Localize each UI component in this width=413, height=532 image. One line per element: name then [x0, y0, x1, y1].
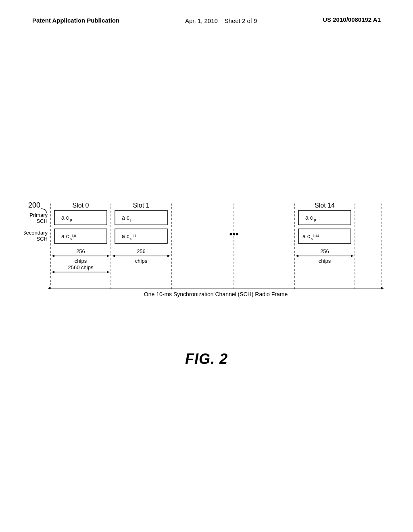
- slot0-chips-label: chips: [75, 258, 87, 264]
- svg-marker-15: [107, 255, 110, 257]
- svg-marker-20: [296, 255, 298, 257]
- figure-caption: FIG. 2: [185, 351, 228, 368]
- secondary-sch-label2: SCH: [37, 236, 48, 242]
- slot14-secondary-sub: s: [311, 237, 313, 241]
- slot0-256-label: 256: [76, 248, 85, 254]
- primary-sch-label: Primary: [29, 212, 48, 218]
- slot0-primary-cell: a c: [61, 214, 69, 221]
- slot0-secondary-sup: i,0: [72, 234, 76, 238]
- primary-sch-label2: SCH: [37, 218, 48, 224]
- svg-marker-18: [167, 255, 170, 257]
- svg-marker-21: [351, 255, 354, 257]
- slot1-chips-label: chips: [135, 258, 148, 264]
- slot1-primary-cell: a c: [122, 214, 129, 221]
- slot14-256-label: 256: [320, 248, 329, 254]
- slot-0-label: Slot 0: [73, 202, 89, 209]
- slot-1-label: Slot 1: [133, 202, 150, 209]
- publication-title: Patent Application Publication: [32, 16, 119, 25]
- slot14-secondary-sup: i,14: [313, 234, 319, 238]
- slot14-primary-cell: a c: [305, 214, 313, 221]
- slot14-primary-sub: p: [314, 218, 316, 222]
- frame-label: One 10-ms Synchronization Channel (SCH) …: [144, 291, 288, 297]
- slot1-primary-sub: p: [130, 218, 133, 222]
- figure-2-diagram: 200 Primary SCH Secondary SCH Slot 0 Slo…: [24, 165, 389, 318]
- svg-marker-24: [107, 271, 110, 273]
- svg-marker-23: [52, 271, 54, 273]
- slot14-chips-label: chips: [319, 258, 331, 264]
- 2560-chips-label: 2560 chips: [68, 264, 94, 270]
- slot0-secondary-sub: s: [70, 237, 72, 241]
- slot1-secondary-sup: i,1: [133, 234, 137, 238]
- header-date-sheet: Apr. 1, 2010 Sheet 2 of 9: [185, 16, 257, 26]
- ellipsis-dots: •••: [229, 229, 238, 239]
- svg-marker-26: [48, 287, 50, 289]
- svg-marker-17: [112, 255, 115, 257]
- secondary-sch-label: Secondary: [24, 230, 48, 236]
- slot1-secondary-cell: a c: [122, 233, 129, 239]
- slot1-256-label: 256: [137, 248, 146, 254]
- slot0-primary-sub: p: [70, 218, 72, 222]
- patent-number: US 2010/0080192 A1: [323, 16, 381, 23]
- slot1-secondary-sub: s: [130, 237, 132, 241]
- slot14-secondary-cell: a c: [302, 233, 310, 239]
- svg-marker-14: [52, 255, 54, 257]
- slot-14-label: Slot 14: [315, 202, 335, 209]
- figure-number: 200: [28, 201, 40, 209]
- svg-marker-27: [381, 287, 384, 289]
- slot0-secondary-cell: a c: [61, 233, 69, 239]
